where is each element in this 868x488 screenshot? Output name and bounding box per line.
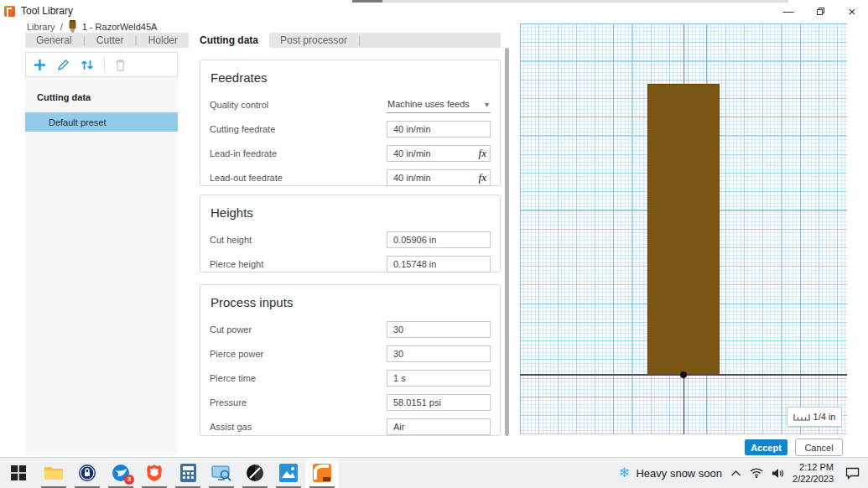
quality-control-label: Quality control bbox=[210, 100, 268, 110]
breadcrumb-separator: / bbox=[60, 22, 63, 32]
weather-widget[interactable]: ❄ Heavy snow soon bbox=[619, 466, 722, 480]
tool-axis-line-top bbox=[683, 23, 684, 84]
process-inputs-section: Process inputs Cut power Pierce power Pi… bbox=[200, 284, 501, 436]
tab-cutter[interactable]: Cutter bbox=[86, 33, 135, 48]
fx-expression-icon[interactable]: fx bbox=[479, 147, 486, 160]
add-preset-button[interactable] bbox=[33, 58, 47, 72]
tool-tip-origin-dot bbox=[680, 371, 687, 378]
fusion-app-icon bbox=[4, 6, 15, 17]
pierce-time-label: Pierce time bbox=[210, 373, 256, 383]
lead-in-feedrate-input[interactable] bbox=[387, 145, 491, 162]
toolbar-divider bbox=[104, 57, 105, 72]
assist-gas-label: Assist gas bbox=[210, 422, 252, 432]
minimize-button[interactable]: — bbox=[772, 3, 804, 19]
snowflake-icon: ❄ bbox=[619, 466, 630, 480]
taskbar-thunderbird[interactable]: 3 bbox=[104, 458, 138, 488]
taskbar-contrast-app[interactable] bbox=[238, 458, 272, 488]
lead-in-feedrate-label: Lead-in feedrate bbox=[210, 148, 277, 158]
pierce-time-input[interactable] bbox=[387, 370, 491, 387]
edit-preset-button[interactable] bbox=[56, 58, 70, 72]
cut-height-label: Cut height bbox=[210, 235, 252, 245]
form-scrollbar[interactable] bbox=[505, 48, 509, 436]
assist-gas-input[interactable] bbox=[387, 418, 491, 435]
tab-holder[interactable]: Holder bbox=[138, 33, 189, 48]
restore-button[interactable] bbox=[804, 3, 836, 19]
taskbar-keepass[interactable] bbox=[70, 458, 104, 488]
taskbar-file-explorer[interactable] bbox=[37, 458, 70, 488]
action-center-icon[interactable] bbox=[845, 467, 860, 480]
cutting-feedrate-input[interactable] bbox=[387, 121, 491, 138]
torch-body-preview bbox=[647, 84, 720, 375]
lead-out-feedrate-input[interactable] bbox=[387, 169, 491, 186]
clock-date: 2/22/2023 bbox=[793, 473, 834, 485]
taskbar-calculator[interactable] bbox=[171, 458, 205, 488]
preset-sidebar: Cutting data Default preset bbox=[25, 52, 178, 455]
lead-out-feedrate-label: Lead-out feedrate bbox=[210, 173, 283, 183]
tray-chevron-up-icon[interactable] bbox=[730, 470, 741, 477]
pierce-height-label: Pierce height bbox=[210, 259, 263, 269]
fx-expression-icon[interactable]: fx bbox=[479, 171, 486, 184]
quality-control-value: Machine uses feeds bbox=[387, 99, 470, 109]
volume-icon[interactable] bbox=[772, 468, 784, 479]
torch-tool-icon bbox=[68, 20, 77, 34]
window-title: Tool Library bbox=[21, 5, 73, 17]
accept-button[interactable]: Accept bbox=[745, 439, 787, 455]
tab-cutting-data[interactable]: Cutting data bbox=[189, 33, 269, 48]
tab-separator: | bbox=[358, 33, 361, 48]
taskbar-remote-desktop[interactable] bbox=[205, 458, 238, 488]
wifi-icon[interactable] bbox=[750, 468, 763, 478]
cut-power-input[interactable] bbox=[387, 321, 491, 338]
windows-taskbar: 3 ❄ Heavy snow bbox=[0, 457, 868, 488]
thunderbird-unread-badge: 3 bbox=[124, 475, 134, 485]
title-bar[interactable]: Tool Library — × bbox=[0, 3, 868, 19]
taskbar-clock[interactable]: 2:12 PM 2/22/2023 bbox=[793, 461, 834, 485]
system-tray: ❄ Heavy snow soon 2:12 PM 2/22/2023 bbox=[619, 458, 868, 488]
start-button[interactable] bbox=[0, 458, 37, 488]
tab-post-processor[interactable]: Post processor bbox=[269, 33, 358, 48]
pressure-label: Pressure bbox=[210, 397, 247, 408]
tab-general[interactable]: General bbox=[25, 33, 83, 48]
pierce-power-input[interactable] bbox=[387, 345, 491, 362]
preset-item-default[interactable]: Default preset bbox=[25, 112, 178, 132]
preset-toolbar bbox=[25, 52, 178, 77]
pierce-height-input[interactable] bbox=[387, 256, 491, 273]
delete-preset-button[interactable] bbox=[114, 58, 127, 72]
pierce-power-label: Pierce power bbox=[210, 349, 263, 359]
cut-power-label: Cut power bbox=[210, 324, 252, 335]
clock-time: 2:12 PM bbox=[793, 461, 834, 473]
reorder-presets-button[interactable] bbox=[80, 58, 95, 72]
taskbar-photos[interactable] bbox=[272, 458, 305, 488]
quality-control-dropdown[interactable]: Machine uses feeds ▾ bbox=[387, 96, 491, 113]
chevron-down-icon: ▾ bbox=[485, 100, 489, 109]
feedrates-title: Feedrates bbox=[211, 70, 491, 85]
weather-label: Heavy snow soon bbox=[636, 467, 722, 480]
pressure-input[interactable] bbox=[387, 394, 491, 411]
process-inputs-title: Process inputs bbox=[211, 295, 491, 309]
cutting-feedrate-label: Cutting feedrate bbox=[210, 124, 275, 134]
tab-strip: General | Cutter | Holder Cutting data P… bbox=[25, 33, 501, 48]
breadcrumb: Library / 1 - RazorWeld45A bbox=[27, 20, 157, 34]
taskbar-brave[interactable] bbox=[138, 458, 171, 488]
cut-height-input[interactable] bbox=[387, 231, 491, 248]
window-controls: — × bbox=[772, 3, 868, 19]
preset-group-label: Cutting data bbox=[25, 89, 178, 106]
tool-preview-canvas[interactable]: 1/4 in bbox=[520, 23, 847, 434]
tool-library-window: Tool Library — × Library / 1 - RazorWeld… bbox=[0, 0, 868, 488]
cancel-button[interactable]: Cancel bbox=[795, 439, 843, 456]
heights-section: Heights Cut height Pierce height bbox=[200, 195, 501, 273]
tool-axis-line-bottom bbox=[683, 376, 684, 434]
breadcrumb-library-link[interactable]: Library bbox=[27, 22, 55, 32]
feedrates-section: Feedrates Quality control Machine uses f… bbox=[200, 60, 501, 186]
close-button[interactable]: × bbox=[836, 3, 868, 19]
taskbar-fusion-360[interactable] bbox=[305, 458, 339, 488]
restore-icon bbox=[817, 8, 824, 15]
ruler-icon bbox=[793, 413, 810, 421]
scale-indicator: 1/4 in bbox=[787, 407, 842, 427]
breadcrumb-current-tool: 1 - RazorWeld45A bbox=[82, 22, 158, 32]
heights-title: Heights bbox=[211, 205, 491, 220]
scale-label: 1/4 in bbox=[813, 412, 836, 422]
